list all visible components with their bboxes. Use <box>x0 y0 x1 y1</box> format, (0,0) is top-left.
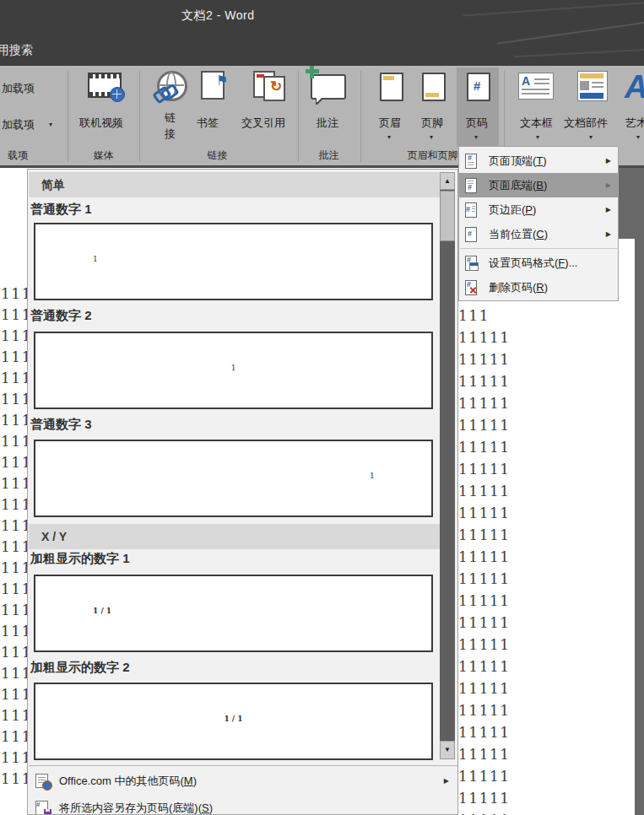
document-text-line: 11111 <box>458 370 635 392</box>
header-icon <box>380 73 403 101</box>
document-text-line: 111 <box>458 305 635 327</box>
menu-item-page-margins[interactable]: # 页边距(P) ▶ <box>459 197 618 222</box>
scroll-down-button[interactable]: ▼ <box>440 741 455 759</box>
text-box-label: 文本框 <box>520 116 553 131</box>
group-separator <box>139 71 140 162</box>
gallery-section-header: 简单 <box>29 172 440 197</box>
document-text-line: 11111 <box>458 327 635 348</box>
gallery-item-preview: 1 / 1 <box>34 683 433 760</box>
comment-label: 批注 <box>317 116 338 131</box>
page-number-marker: 1 <box>370 472 375 480</box>
document-text-line: 11111 <box>458 502 635 524</box>
wordart-label: 艺术字 <box>625 116 644 131</box>
document-text-line: 11111 <box>458 546 635 568</box>
comment-icon <box>311 74 346 100</box>
chevron-down-icon: ▾ <box>387 133 391 141</box>
footer-item-label: Office.com 中的其他页码(M) <box>59 774 197 789</box>
document-text-line: 11111 <box>458 699 635 721</box>
red-minus-icon <box>257 74 264 78</box>
document-text-line: 11111 <box>458 480 635 502</box>
page-number-menu: # 页面顶端(T) ▶ # 页面底端(B) ▶ # <box>458 146 619 301</box>
document-text-line: 11111 <box>458 414 635 436</box>
word-application-window: 1111111111111111111111111111111111111111… <box>0 0 644 815</box>
gallery-item-label: 普通数字 3 <box>30 417 92 433</box>
group-label-addins: 载项 <box>0 148 35 163</box>
menu-item-label: 页边距(P) <box>489 202 536 218</box>
menu-item-format-page-numbers[interactable]: # 设置页码格式(F)... <box>459 251 618 275</box>
document-scrollbar-track[interactable] <box>635 239 644 815</box>
menu-item-page-top[interactable]: # 页面顶端(T) ▶ <box>459 148 618 173</box>
page-top-icon: # <box>464 154 478 168</box>
submenu-arrow-icon: ▶ <box>606 230 611 238</box>
window-title: 文档2 - Word <box>181 8 254 24</box>
menu-item-page-bottom[interactable]: # 页面底端(B) ▶ <box>459 173 618 197</box>
gallery-item-label: 普通数字 2 <box>30 308 92 324</box>
group-separator <box>298 71 299 162</box>
document-text-line: 11111 <box>458 436 635 458</box>
tell-me-search-label[interactable]: 用搜索 <box>0 43 33 58</box>
gallery-item-preview: 1 <box>34 332 433 409</box>
quick-parts-icon <box>577 71 608 101</box>
gallery-scrollbar[interactable]: ▲ ▼ <box>440 172 455 759</box>
document-text-line: 11111 <box>458 568 635 590</box>
document-text-line: 11111 <box>458 392 635 414</box>
chevron-down-icon: ▾ <box>636 133 640 141</box>
addins-dropdown-button[interactable]: 加载项 <box>2 117 35 132</box>
online-video-label: 联机视频 <box>79 116 123 131</box>
group-label-comments: 批注 <box>306 148 352 163</box>
addins-button[interactable]: 加载项 <box>2 81 35 96</box>
gallery-section-header: X / Y <box>29 524 440 549</box>
more-page-numbers-office-com[interactable]: Office.com 中的其他页码(M) ▶ <box>29 768 457 794</box>
chevron-down-icon: ▾ <box>589 133 593 141</box>
document-text-line: 11111 <box>458 656 635 677</box>
menu-item-label: 页面顶端(T) <box>489 154 547 169</box>
document-text-line: 11111 <box>458 634 635 656</box>
gallery-item-label: 普通数字 1 <box>30 202 92 218</box>
menu-item-remove-page-numbers[interactable]: # 删除页码(R) <box>459 275 618 300</box>
header-label: 页眉 <box>379 116 401 131</box>
gallery-item-label: 加粗显示的数字 2 <box>30 660 130 676</box>
document-text-line: 11111 <box>458 721 635 743</box>
bookmark-flag-icon: ⚑ <box>216 73 228 89</box>
menu-item-label: 设置页码格式(F)... <box>489 256 577 271</box>
office-com-gallery-icon <box>35 774 51 789</box>
document-text-line: 11111 <box>458 809 635 815</box>
circular-arrow-icon: ↻ <box>270 78 282 95</box>
scrollbar-thumb[interactable] <box>440 191 455 241</box>
document-text-line: 11111 <box>458 787 635 809</box>
text-box-icon: A <box>518 73 554 100</box>
remove-page-number-icon: # <box>464 280 478 294</box>
page-number-label: 页码 <box>466 116 488 131</box>
menu-separator <box>460 248 617 249</box>
menu-item-current-position[interactable]: # 当前位置(C) ▶ <box>459 222 618 246</box>
bookmark-label: 书签 <box>197 116 219 131</box>
wordart-icon: A <box>625 69 644 105</box>
decorative-line <box>497 21 644 44</box>
page-number-marker: 1 <box>231 364 236 372</box>
submenu-arrow-icon: ▶ <box>606 157 611 165</box>
save-selection-icon: # <box>35 801 51 815</box>
document-text-line: 11111 <box>458 524 635 546</box>
page-margins-icon: # <box>464 202 478 217</box>
scroll-up-button[interactable]: ▲ <box>440 172 455 190</box>
decorative-line <box>463 3 644 17</box>
cross-reference-label: 交叉引用 <box>241 116 285 131</box>
title-bar: 文档2 - Word 用搜索 <box>0 0 644 66</box>
chevron-down-icon: ▾ <box>536 133 539 141</box>
submenu-arrow-icon: ▶ <box>606 181 611 189</box>
group-separator <box>68 71 68 162</box>
gallery-item-label: 加粗显示的数字 1 <box>30 551 130 567</box>
document-text-line: 11111 <box>458 612 635 634</box>
menu-item-label: 页面底端(B) <box>489 178 547 193</box>
page-number-marker: 1 / 1 <box>93 607 111 615</box>
window-edge-block <box>619 168 644 239</box>
save-selection-as-page-number[interactable]: # 将所选内容另存为页码(底端)(S) <box>29 795 457 815</box>
document-text-line: 11111 <box>458 458 635 480</box>
link-label-line2: 接 <box>165 127 176 142</box>
document-text-right: 1111111111111111111111111111111111111111… <box>458 305 635 815</box>
footer-item-label: 将所选内容另存为页码(底端)(S) <box>59 801 213 815</box>
group-label-media: 媒体 <box>80 148 127 163</box>
submenu-arrow-icon: ▶ <box>444 777 449 785</box>
menu-item-label: 当前位置(C) <box>489 227 548 242</box>
page-number-marker: 1 <box>93 255 98 263</box>
